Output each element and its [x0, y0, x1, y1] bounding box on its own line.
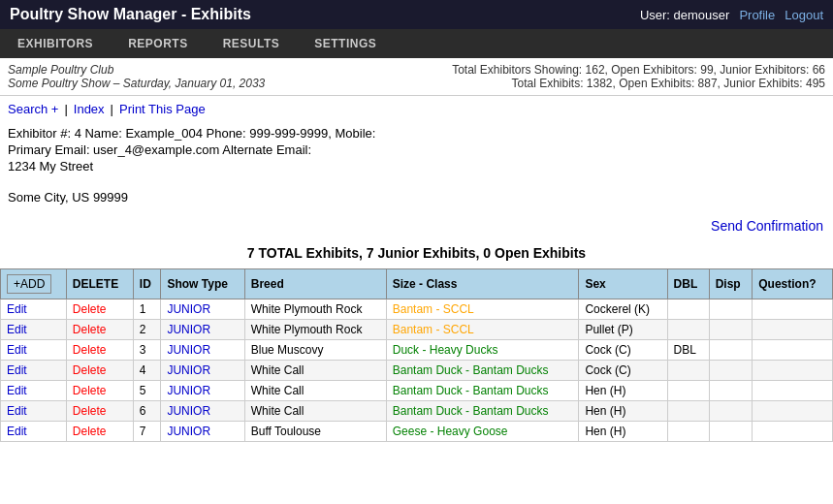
row-sex: Hen (H) — [579, 401, 667, 422]
row-size-class: Bantam - SCCL — [386, 299, 579, 320]
row-size-class: Bantam Duck - Bantam Ducks — [386, 361, 579, 381]
edit-link-cell: Edit — [1, 340, 67, 361]
col-disp: Disp — [709, 269, 753, 299]
row-dbl: DBL — [667, 340, 709, 361]
search-link[interactable]: Search + — [8, 102, 58, 116]
row-breed: Blue Muscovy — [244, 340, 386, 361]
row-show-type: JUNIOR — [161, 340, 244, 361]
row-question — [753, 320, 833, 340]
page-title: Poultry Show Manager - Exhibits — [10, 6, 251, 23]
delete-link-cell: Delete — [66, 340, 133, 361]
row-disp — [709, 340, 753, 361]
edit-link-cell: Edit — [1, 381, 67, 401]
col-size-class: Size - Class — [386, 269, 579, 299]
table-row: Edit Delete 6 JUNIOR White Call Bantam D… — [1, 401, 833, 422]
nav-reports[interactable]: REPORTS — [111, 29, 206, 58]
send-confirmation-link[interactable]: Send Confirmation — [711, 218, 823, 234]
table-row: Edit Delete 2 JUNIOR White Plymouth Rock… — [1, 320, 833, 340]
delete-link[interactable]: Delete — [73, 363, 107, 377]
logout-link[interactable]: Logout — [785, 8, 823, 22]
add-button[interactable]: +ADD — [7, 274, 51, 294]
table-row: Edit Delete 3 JUNIOR Blue Muscovy Duck -… — [1, 340, 833, 361]
nav-exhibitors[interactable]: EXHIBITORS — [0, 29, 111, 58]
col-show-type: Show Type — [161, 269, 244, 299]
row-dbl — [667, 299, 709, 320]
row-show-type: JUNIOR — [161, 361, 244, 381]
row-sex: Pullet (P) — [579, 320, 667, 340]
row-question — [753, 401, 833, 422]
row-breed: Buff Toulouse — [244, 422, 386, 442]
edit-link[interactable]: Edit — [7, 404, 27, 418]
row-question — [753, 381, 833, 401]
row-breed: White Plymouth Rock — [244, 320, 386, 340]
edit-link[interactable]: Edit — [7, 363, 27, 377]
table-row: Edit Delete 5 JUNIOR White Call Bantam D… — [1, 381, 833, 401]
delete-link[interactable]: Delete — [73, 302, 107, 316]
row-id: 2 — [133, 320, 161, 340]
row-size-class: Bantam Duck - Bantam Ducks — [386, 401, 579, 422]
delete-link[interactable]: Delete — [73, 343, 107, 357]
exhibitor-info: Exhibitor #: 4 Name: Example_004 Phone: … — [0, 122, 833, 214]
exhibitor-line1: Exhibitor #: 4 Name: Example_004 Phone: … — [8, 126, 825, 141]
exhibits-summary: 7 TOTAL Exhibits, 7 Junior Exhibits, 0 O… — [0, 237, 833, 268]
row-show-type: JUNIOR — [161, 299, 244, 320]
exhibitor-line2: Primary Email: user_4@example.com Altern… — [8, 142, 825, 157]
user-area: User: demouser Profile Logout — [640, 8, 823, 22]
edit-link-cell: Edit — [1, 361, 67, 381]
row-question — [753, 340, 833, 361]
table-row: Edit Delete 1 JUNIOR White Plymouth Rock… — [1, 299, 833, 320]
print-link[interactable]: Print This Page — [119, 102, 206, 116]
table-body: Edit Delete 1 JUNIOR White Plymouth Rock… — [1, 299, 833, 442]
row-question — [753, 422, 833, 442]
edit-link[interactable]: Edit — [7, 343, 27, 357]
row-sex: Cockerel (K) — [579, 299, 667, 320]
edit-link-cell: Edit — [1, 401, 67, 422]
col-dbl: DBL — [667, 269, 709, 299]
delete-link-cell: Delete — [66, 299, 133, 320]
edit-link[interactable]: Edit — [7, 425, 27, 438]
edit-link[interactable]: Edit — [7, 323, 27, 336]
edit-link-cell: Edit — [1, 422, 67, 442]
row-id: 7 — [133, 422, 161, 442]
row-id: 3 — [133, 340, 161, 361]
row-breed: White Call — [244, 401, 386, 422]
row-show-type: JUNIOR — [161, 320, 244, 340]
col-breed: Breed — [244, 269, 386, 299]
row-sex: Cock (C) — [579, 361, 667, 381]
row-dbl — [667, 320, 709, 340]
nav-settings[interactable]: SETTINGS — [297, 29, 394, 58]
row-disp — [709, 320, 753, 340]
nav-results[interactable]: RESULTS — [206, 29, 298, 58]
row-id: 4 — [133, 361, 161, 381]
row-show-type: JUNIOR — [161, 401, 244, 422]
row-size-class: Geese - Heavy Goose — [386, 422, 579, 442]
delete-link-cell: Delete — [66, 401, 133, 422]
row-show-type: JUNIOR — [161, 422, 244, 442]
exhibits-table: +ADD DELETE ID Show Type Breed Size - Cl… — [0, 268, 833, 442]
table-header-row: +ADD DELETE ID Show Type Breed Size - Cl… — [1, 269, 833, 299]
col-question: Question? — [753, 269, 833, 299]
table-row: Edit Delete 7 JUNIOR Buff Toulouse Geese… — [1, 422, 833, 442]
edit-link[interactable]: Edit — [7, 302, 27, 316]
delete-link[interactable]: Delete — [73, 425, 107, 438]
edit-link[interactable]: Edit — [7, 384, 27, 397]
delete-link[interactable]: Delete — [73, 384, 107, 397]
row-size-class: Bantam Duck - Bantam Ducks — [386, 381, 579, 401]
delete-link[interactable]: Delete — [73, 323, 107, 336]
delete-link-cell: Delete — [66, 381, 133, 401]
row-size-class: Bantam - SCCL — [386, 320, 579, 340]
row-disp — [709, 422, 753, 442]
profile-link[interactable]: Profile — [739, 8, 775, 22]
actions-bar: Search + | Index | Print This Page — [0, 96, 833, 122]
delete-link[interactable]: Delete — [73, 404, 107, 418]
row-show-type: JUNIOR — [161, 381, 244, 401]
exhibitor-line4: Some City, US 99999 — [8, 190, 825, 205]
confirmation-row: Send Confirmation — [0, 214, 833, 237]
delete-link-cell: Delete — [66, 361, 133, 381]
row-disp — [709, 401, 753, 422]
club-info: Sample Poultry Club Some Poultry Show – … — [8, 63, 265, 90]
row-size-class: Duck - Heavy Ducks — [386, 340, 579, 361]
index-link[interactable]: Index — [74, 102, 105, 116]
row-dbl — [667, 422, 709, 442]
row-sex: Hen (H) — [579, 422, 667, 442]
